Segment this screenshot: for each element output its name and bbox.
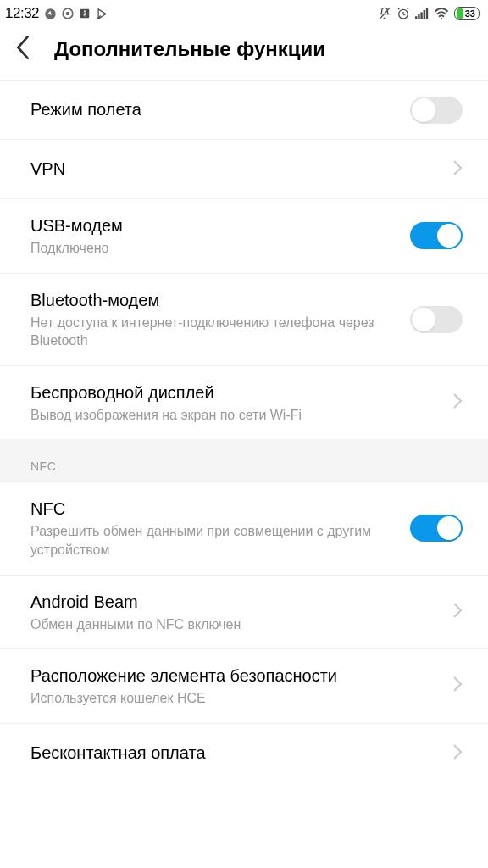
row-vpn[interactable]: VPN <box>0 140 488 199</box>
toggle-bluetooth-modem[interactable] <box>410 306 463 333</box>
row-usb-modem[interactable]: USB-модем Подключено <box>0 199 488 274</box>
toggle-nfc[interactable] <box>410 515 463 542</box>
row-subtitle: Нет доступа к интернет-подключению телеф… <box>30 314 395 350</box>
status-time: 12:32 <box>5 5 39 22</box>
row-title: Bluetooth-модем <box>30 289 395 312</box>
row-title: Режим полета <box>30 98 395 121</box>
row-title: VPN <box>30 158 437 181</box>
row-wireless-display[interactable]: Беспроводной дисплей Вывод изображения н… <box>0 366 488 440</box>
row-title: Расположение элемента безопасности <box>30 665 437 687</box>
usb-icon <box>79 8 91 19</box>
back-button[interactable] <box>15 36 30 63</box>
row-bluetooth-modem[interactable]: Bluetooth-модем Нет доступа к интернет-п… <box>0 274 488 366</box>
row-title: Android Beam <box>30 591 437 614</box>
svg-point-2 <box>66 12 70 16</box>
row-android-beam[interactable]: Android Beam Обмен данными по NFC включе… <box>0 576 488 650</box>
row-subtitle: Подключено <box>30 239 395 258</box>
wifi-icon <box>434 8 449 19</box>
chevron-right-icon <box>452 392 463 413</box>
row-airplane-mode[interactable]: Режим полета <box>0 81 488 140</box>
svg-rect-8 <box>418 14 419 19</box>
signal-icon <box>415 8 429 19</box>
section-header-nfc: NFC <box>0 439 488 482</box>
row-title: NFC <box>30 498 395 520</box>
row-secure-element[interactable]: Расположение элемента безопасности Испол… <box>0 649 488 724</box>
record-icon <box>62 8 74 19</box>
row-subtitle: Используется кошелек HCE <box>30 689 437 708</box>
settings-list: Режим полета VPN USB-модем Подключено Bl… <box>0 81 488 783</box>
svg-rect-10 <box>423 10 424 19</box>
row-subtitle: Обмен данными по NFC включен <box>30 615 437 634</box>
mute-icon <box>378 7 391 20</box>
row-title: USB-модем <box>30 214 395 237</box>
page-header: Дополнительные функции <box>0 25 488 81</box>
alarm-icon <box>396 7 410 20</box>
battery-percent: 33 <box>465 8 475 19</box>
page-title: Дополнительные функции <box>54 37 325 61</box>
svg-rect-7 <box>415 16 417 19</box>
play-icon <box>96 8 108 20</box>
chevron-right-icon <box>452 602 463 622</box>
row-title: Беспроводной дисплей <box>30 381 437 404</box>
row-nfc[interactable]: NFC Разрешить обмен данными при совмещен… <box>0 482 488 575</box>
chevron-right-icon <box>452 159 463 180</box>
svg-rect-9 <box>420 12 422 19</box>
toggle-airplane-mode[interactable] <box>410 97 463 124</box>
location-icon <box>44 8 57 20</box>
row-contactless-payment[interactable]: Бесконтактная оплата <box>0 724 488 783</box>
chevron-right-icon <box>452 743 463 764</box>
svg-rect-11 <box>426 8 428 19</box>
row-subtitle: Разрешить обмен данными при совмещении с… <box>30 522 395 559</box>
status-bar: 12:32 33 <box>0 0 488 25</box>
svg-point-12 <box>441 18 442 19</box>
chevron-right-icon <box>452 676 463 696</box>
toggle-usb-modem[interactable] <box>410 222 463 249</box>
row-subtitle: Вывод изображения на экран по сети Wi-Fi <box>30 406 437 425</box>
battery-icon: 33 <box>454 7 480 20</box>
row-title: Бесконтактная оплата <box>30 742 437 765</box>
